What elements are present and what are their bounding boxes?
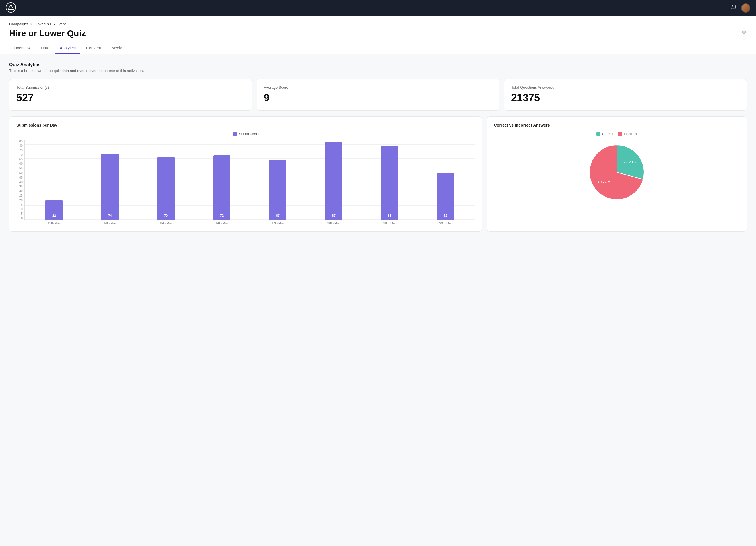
bar: 22	[45, 200, 63, 220]
x-axis-label: 15th Mar	[139, 222, 193, 225]
page-header: Campaigns > LinkedIn HR Event Hire or Lo…	[0, 16, 756, 54]
bar-value-label: 87	[332, 214, 336, 217]
stat-label-submissions: Total Submission(s)	[16, 85, 245, 90]
tab-media[interactable]: Media	[107, 43, 127, 54]
tab-consent[interactable]: Consent	[82, 43, 106, 54]
pie-chart-area: Correct Incorrect 29.23%70.77%	[494, 132, 740, 204]
bar-group: 72	[195, 140, 249, 220]
pie-label-correct: 29.23%	[623, 160, 636, 164]
bar-value-label: 74	[108, 214, 112, 217]
y-axis-label: 75	[16, 149, 23, 152]
x-axis-label: 17th Mar	[251, 222, 305, 225]
bar-group: 87	[307, 140, 361, 220]
y-axis-label: 80	[16, 144, 23, 147]
section-info: Quiz Analytics This is a breakdown of th…	[9, 62, 144, 73]
pie-correct-dot	[596, 132, 600, 136]
pie-legend: Correct Incorrect	[596, 132, 637, 136]
settings-button[interactable]	[741, 30, 747, 37]
tab-data[interactable]: Data	[36, 43, 54, 54]
bar-value-label: 52	[444, 214, 447, 217]
y-axis-label: 0	[16, 217, 23, 220]
stat-value-submissions: 527	[16, 92, 245, 104]
x-axis-label: 14th Mar	[83, 222, 137, 225]
avatar[interactable]	[741, 3, 750, 13]
y-axis-label: 20	[16, 199, 23, 202]
x-axis-label: 18th Mar	[307, 222, 361, 225]
bar-value-label: 83	[388, 214, 391, 217]
bar-value-label: 72	[220, 214, 224, 217]
bar-chart-wrapper: 0510152025303540455055606570758085 22747…	[16, 140, 475, 225]
bar-chart-legend: Submissions	[16, 132, 475, 136]
pie-svg: 29.23%70.77%	[585, 141, 648, 204]
charts-row: Submissions per Day Submissions 05101520…	[9, 116, 747, 232]
bar: 87	[325, 142, 342, 220]
bar: 67	[269, 160, 286, 220]
y-axis: 0510152025303540455055606570758085	[16, 140, 24, 220]
pie-legend-incorrect: Incorrect	[618, 132, 637, 136]
breadcrumb-separator: >	[30, 22, 32, 26]
section-description: This is a breakdown of the quiz data and…	[9, 69, 144, 73]
bar-value-label: 70	[164, 214, 168, 217]
section-title: Quiz Analytics	[9, 62, 144, 67]
stat-value-total-questions: 21375	[511, 92, 740, 104]
x-axis-label: 20th Mar	[418, 222, 473, 225]
y-axis-label: 25	[16, 194, 23, 197]
y-axis-label: 30	[16, 189, 23, 193]
bar-value-label: 67	[276, 214, 280, 217]
bar-legend-color	[233, 132, 237, 136]
y-axis-label: 45	[16, 176, 23, 179]
stat-total-questions: Total Questions Answered 21375	[504, 79, 747, 111]
y-axis-label: 5	[16, 212, 23, 215]
bar: 83	[381, 146, 398, 220]
bar-chart-area: Submissions 0510152025303540455055606570…	[16, 132, 475, 225]
app-header	[0, 0, 756, 16]
bar-group: 52	[418, 140, 473, 220]
x-axis-label: 13th Mar	[27, 222, 81, 225]
pie-chart-card: Correct vs Incorrect Answers Correct Inc…	[487, 116, 747, 232]
pie-chart-title: Correct vs Incorrect Answers	[494, 123, 740, 127]
pie-incorrect-dot	[618, 132, 622, 136]
stat-label-total-questions: Total Questions Answered	[511, 85, 740, 90]
breadcrumb: Campaigns > LinkedIn HR Event	[9, 22, 747, 26]
stat-average-score: Average Score 9	[257, 79, 499, 111]
y-axis-label: 55	[16, 167, 23, 170]
x-axis-label: 19th Mar	[363, 222, 417, 225]
bar: 70	[157, 157, 175, 220]
y-axis-label: 40	[16, 181, 23, 184]
tab-overview[interactable]: Overview	[9, 43, 35, 54]
bar-chart-inner: 2274707267878352 13th Mar14th Mar15th Ma…	[24, 140, 475, 225]
x-labels: 13th Mar14th Mar15th Mar16th Mar17th Mar…	[24, 222, 475, 225]
pie-label-incorrect: 70.77%	[598, 180, 610, 184]
stats-row: Total Submission(s) 527 Average Score 9 …	[9, 79, 747, 111]
section-header: Quiz Analytics This is a breakdown of th…	[9, 62, 747, 73]
main-content: Quiz Analytics This is a breakdown of th…	[0, 54, 756, 546]
pie-legend-correct: Correct	[596, 132, 613, 136]
bar-chart-title: Submissions per Day	[16, 123, 475, 127]
section-menu-button[interactable]: ⋮	[741, 62, 747, 68]
pie-correct-label: Correct	[602, 132, 613, 136]
stat-total-submissions: Total Submission(s) 527	[9, 79, 252, 111]
notifications-icon[interactable]	[731, 4, 737, 12]
stat-value-avg-score: 9	[264, 92, 492, 104]
bar-value-label: 22	[52, 214, 56, 217]
bars-container: 2274707267878352	[24, 140, 475, 220]
bar: 52	[437, 173, 454, 220]
y-axis-label: 60	[16, 162, 23, 165]
bar-legend-label: Submissions	[239, 132, 259, 136]
tab-analytics[interactable]: Analytics	[55, 43, 80, 54]
y-axis-label: 10	[16, 208, 23, 211]
y-axis-label: 50	[16, 171, 23, 175]
bar-group: 70	[139, 140, 193, 220]
breadcrumb-campaigns[interactable]: Campaigns	[9, 22, 28, 26]
page-title: Hire or Lower Quiz	[9, 28, 86, 38]
bar: 74	[101, 154, 119, 220]
y-axis-label: 35	[16, 185, 23, 188]
page-container: Campaigns > LinkedIn HR Event Hire or Lo…	[0, 16, 756, 546]
title-row: Hire or Lower Quiz	[9, 28, 747, 38]
bar-chart-card: Submissions per Day Submissions 05101520…	[9, 116, 482, 232]
x-axis-label: 16th Mar	[195, 222, 249, 225]
bar: 72	[213, 155, 230, 220]
pie-incorrect-label: Incorrect	[624, 132, 637, 136]
pie-svg-wrapper: 29.23%70.77%	[585, 141, 648, 204]
svg-point-1	[743, 32, 745, 33]
